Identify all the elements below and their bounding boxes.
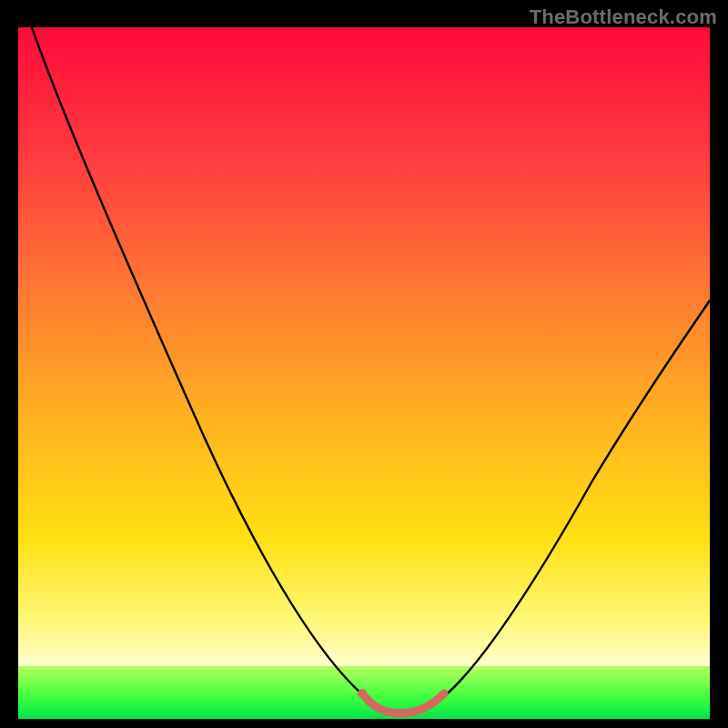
chart-canvas: TheBottleneck.com <box>0 0 728 728</box>
floor-marker <box>362 693 444 713</box>
watermark-text: TheBottleneck.com <box>530 5 717 29</box>
plot-area <box>18 27 710 719</box>
black-curve <box>32 27 710 713</box>
floor-marker-dot <box>358 689 367 698</box>
curve-layer <box>18 27 710 719</box>
